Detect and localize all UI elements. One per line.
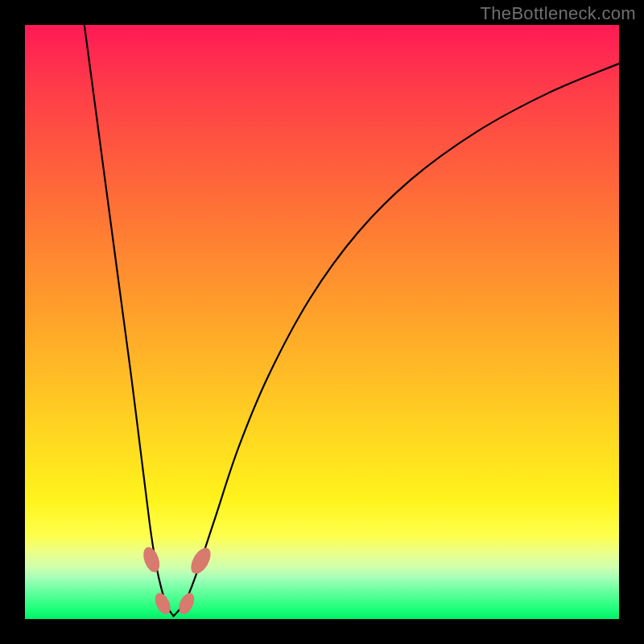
bead-right-lower — [175, 591, 197, 617]
bead-group — [140, 545, 214, 617]
plot-area — [25, 25, 619, 619]
chart-frame: TheBottleneck.com — [0, 0, 644, 644]
curves-svg — [25, 25, 619, 619]
left-curve — [85, 25, 174, 616]
bead-right-upper — [187, 545, 214, 577]
bead-left-upper — [140, 545, 163, 575]
watermark-text: TheBottleneck.com — [481, 3, 636, 24]
right-curve — [174, 64, 620, 616]
